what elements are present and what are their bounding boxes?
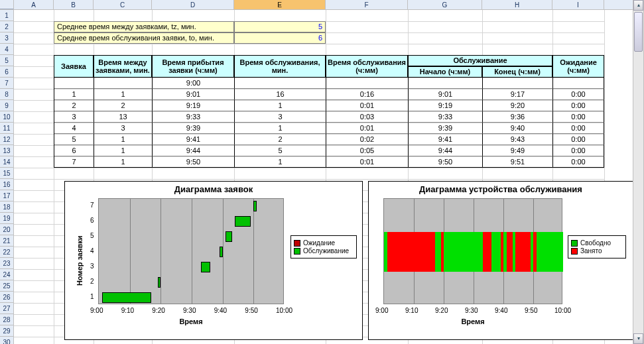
row-header-6[interactable]: 6: [0, 66, 13, 78]
cell-5-sm[interactable]: 2: [234, 134, 326, 145]
cell-r7-n[interactable]: [54, 78, 94, 89]
cell-6-sm[interactable]: 5: [234, 145, 326, 156]
row-header-23[interactable]: 23: [0, 258, 13, 269]
cell-6-st[interactable]: 9:44: [408, 145, 482, 156]
row-header-29[interactable]: 29: [0, 325, 13, 337]
cell-1-sm[interactable]: 16: [234, 89, 326, 100]
cell-r7-en[interactable]: [482, 78, 552, 89]
cell-5-en[interactable]: 9:43: [482, 134, 552, 145]
scroll-thumb[interactable]: [634, 12, 643, 52]
row-header-8[interactable]: 8: [0, 89, 13, 100]
row-header-18[interactable]: 18: [0, 201, 13, 213]
param-tz-label[interactable]: Среднее время между заявками, tz, мин.: [54, 21, 234, 32]
cell-5-n[interactable]: 5: [54, 134, 94, 145]
cell-2-sm[interactable]: 1: [234, 100, 326, 111]
row-header-5[interactable]: 5: [0, 55, 13, 66]
cell-3-sm[interactable]: 3: [234, 111, 326, 123]
row-header-12[interactable]: 12: [0, 134, 13, 145]
cell-5-arr[interactable]: 9:41: [152, 134, 234, 145]
scroll-down-button[interactable]: ▾: [633, 333, 643, 344]
cell-4-sm[interactable]: 1: [234, 123, 326, 134]
hdr-end[interactable]: Конец (ч:мм): [482, 66, 552, 78]
cell-2-sh[interactable]: 0:01: [326, 100, 408, 111]
cell-3-w[interactable]: 0:00: [552, 111, 604, 123]
cell-3-sh[interactable]: 0:03: [326, 111, 408, 123]
cell-7-st[interactable]: 9:50: [408, 156, 482, 168]
cell-4-w[interactable]: 0:00: [552, 123, 604, 134]
cell-4-n[interactable]: 4: [54, 123, 94, 134]
vertical-scrollbar[interactable]: ▴ ▾: [633, 0, 643, 344]
row-header-24[interactable]: 24: [0, 269, 13, 280]
row-header-14[interactable]: 14: [0, 156, 13, 168]
row-header-4[interactable]: 4: [0, 44, 13, 55]
cell-5-st[interactable]: 9:41: [408, 134, 482, 145]
cell-1-w[interactable]: 0:00: [552, 89, 604, 100]
cell-r7-arr[interactable]: 9:00: [152, 78, 234, 89]
col-header-A[interactable]: A: [14, 0, 54, 9]
cell-3-arr[interactable]: 9:33: [152, 111, 234, 123]
select-all-corner[interactable]: [0, 0, 14, 9]
param-to-label[interactable]: Среднее время обслуживания заявки, to, м…: [54, 32, 234, 44]
row-header-25[interactable]: 25: [0, 280, 13, 292]
hdr-start[interactable]: Начало (ч:мм): [408, 66, 482, 78]
cell-4-bt[interactable]: 3: [94, 123, 152, 134]
param-to-value[interactable]: 6: [234, 32, 326, 44]
row-header-26[interactable]: 26: [0, 292, 13, 303]
cell-2-arr[interactable]: 9:19: [152, 100, 234, 111]
cell-6-w[interactable]: 0:00: [552, 145, 604, 156]
cell-3-en[interactable]: 9:36: [482, 111, 552, 123]
col-header-E[interactable]: E: [234, 0, 326, 9]
chart-requests[interactable]: Диаграмма заявок Номер заявки 1234567 9:…: [64, 181, 363, 340]
row-header-10[interactable]: 10: [0, 111, 13, 123]
grid-area[interactable]: Среднее время между заявками, tz, мин. 5…: [14, 10, 643, 344]
row-header-20[interactable]: 20: [0, 224, 13, 235]
hdr-between[interactable]: Время между заявками, мин.: [94, 55, 152, 78]
cell-r7-sh[interactable]: [326, 78, 408, 89]
row-header-1[interactable]: 1: [0, 10, 13, 21]
row-header-3[interactable]: 3: [0, 32, 13, 44]
row-header-7[interactable]: 7: [0, 78, 13, 89]
cell-7-w[interactable]: 0:00: [552, 156, 604, 168]
cell-1-arr[interactable]: 9:01: [152, 89, 234, 100]
col-header-G[interactable]: G: [408, 0, 482, 9]
cell-3-n[interactable]: 3: [54, 111, 94, 123]
cell-2-n[interactable]: 2: [54, 100, 94, 111]
cell-3-st[interactable]: 9:33: [408, 111, 482, 123]
cell-7-sm[interactable]: 1: [234, 156, 326, 168]
cell-5-sh[interactable]: 0:02: [326, 134, 408, 145]
cell-r7-sm[interactable]: [234, 78, 326, 89]
cell-2-bt[interactable]: 2: [94, 100, 152, 111]
row-header-13[interactable]: 13: [0, 145, 13, 156]
col-header-H[interactable]: H: [482, 0, 552, 9]
hdr-service[interactable]: Обслуживание: [408, 55, 552, 66]
row-header-2[interactable]: 2: [0, 21, 13, 32]
cell-1-en[interactable]: 9:17: [482, 89, 552, 100]
row-header-17[interactable]: 17: [0, 190, 13, 201]
cell-7-en[interactable]: 9:51: [482, 156, 552, 168]
row-header-11[interactable]: 11: [0, 123, 13, 134]
cell-7-sh[interactable]: 0:01: [326, 156, 408, 168]
row-header-30[interactable]: 30: [0, 337, 13, 344]
col-header-D[interactable]: D: [152, 0, 234, 9]
row-header-22[interactable]: 22: [0, 247, 13, 258]
cell-7-bt[interactable]: 1: [94, 156, 152, 168]
row-header-15[interactable]: 15: [0, 168, 13, 179]
hdr-svc-hm[interactable]: Время обслуживания (ч:мм): [326, 55, 408, 78]
cell-7-arr[interactable]: 9:50: [152, 156, 234, 168]
cell-6-en[interactable]: 9:49: [482, 145, 552, 156]
cell-1-n[interactable]: 1: [54, 89, 94, 100]
cell-r7-st[interactable]: [408, 78, 482, 89]
row-header-9[interactable]: 9: [0, 100, 13, 111]
cell-1-sh[interactable]: 0:16: [326, 89, 408, 100]
cell-1-bt[interactable]: 1: [94, 89, 152, 100]
cell-r7-w[interactable]: [552, 78, 604, 89]
cell-1-st[interactable]: 9:01: [408, 89, 482, 100]
hdr-request[interactable]: Заявка: [54, 55, 94, 78]
col-header-C[interactable]: C: [94, 0, 152, 9]
hdr-svc-min[interactable]: Время обслуживания, мин.: [234, 55, 326, 78]
cell-2-st[interactable]: 9:19: [408, 100, 482, 111]
cell-6-arr[interactable]: 9:44: [152, 145, 234, 156]
row-header-21[interactable]: 21: [0, 235, 13, 247]
cell-3-bt[interactable]: 13: [94, 111, 152, 123]
cell-4-sh[interactable]: 0:01: [326, 123, 408, 134]
